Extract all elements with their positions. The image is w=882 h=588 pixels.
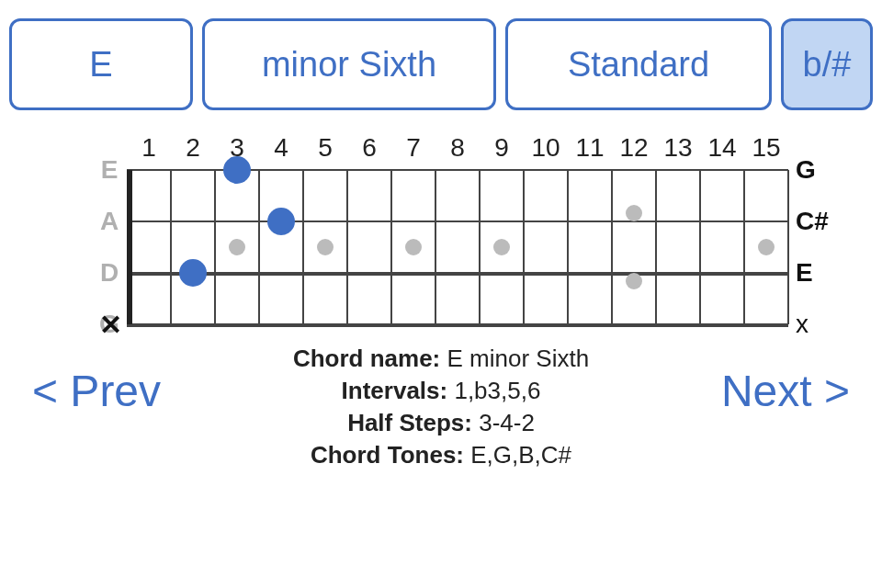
tones-label: Chord Tones: [311, 441, 464, 469]
fret-number: 4 [259, 133, 303, 163]
finger-position [223, 156, 251, 184]
tuning-selector[interactable]: Standard [505, 18, 772, 110]
string-result-note: G [796, 155, 816, 185]
root-note-selector[interactable]: E [9, 18, 193, 110]
string-result-note: C# [796, 207, 829, 236]
open-string-label: D [92, 258, 127, 288]
chord-name-value: E minor Sixth [447, 345, 589, 372]
fret-number: 15 [744, 133, 788, 163]
fret-inlay [405, 239, 422, 255]
string-result-note: E [796, 258, 813, 288]
prev-chord-button[interactable]: < Prev [32, 366, 161, 416]
tones-value: E,G,B,C# [470, 441, 571, 469]
accidental-value: b/# [803, 45, 852, 85]
fret-number: 5 [303, 133, 347, 163]
finger-position [179, 259, 207, 287]
fret-number: 14 [700, 133, 744, 163]
tuning-value: Standard [568, 45, 709, 85]
open-string-label: A [92, 207, 127, 236]
next-chord-button[interactable]: Next > [721, 366, 850, 416]
halfsteps-label: Half Steps: [347, 409, 472, 436]
fret-number: 11 [568, 133, 612, 163]
halfsteps-value: 3-4-2 [479, 409, 535, 436]
fret-inlay [317, 239, 334, 255]
fret-number: 1 [127, 133, 171, 163]
fret-number: 8 [435, 133, 480, 163]
intervals-value: 1,b3,5,6 [454, 377, 540, 404]
chord-name-label: Chord name: [293, 345, 440, 372]
chord-type-selector[interactable]: minor Sixth [202, 18, 496, 110]
mute-x-icon: ✕ [99, 309, 122, 341]
accidental-toggle[interactable]: b/# [781, 18, 873, 110]
fret-number: 13 [656, 133, 700, 163]
fret-number: 9 [480, 133, 524, 163]
fret-inlay [493, 239, 510, 255]
chord-type-value: minor Sixth [262, 45, 436, 85]
fret-inlay [229, 239, 245, 255]
root-note-value: E [89, 45, 112, 85]
fret-number: 6 [347, 133, 391, 163]
fret-number: 2 [171, 133, 215, 163]
fretboard-diagram: 123456789101112131415 EADG GC#Ex ✕ [92, 133, 808, 324]
fret-inlay [758, 239, 775, 255]
intervals-label: Intervals: [342, 377, 448, 404]
string-result-note: x [796, 310, 808, 339]
fret-inlay [626, 205, 642, 221]
finger-position [267, 208, 295, 235]
fret-number: 12 [612, 133, 656, 163]
fret-inlay [626, 273, 642, 289]
fret-number: 7 [391, 133, 435, 163]
fret-number: 10 [524, 133, 568, 163]
open-string-label: E [92, 155, 127, 185]
